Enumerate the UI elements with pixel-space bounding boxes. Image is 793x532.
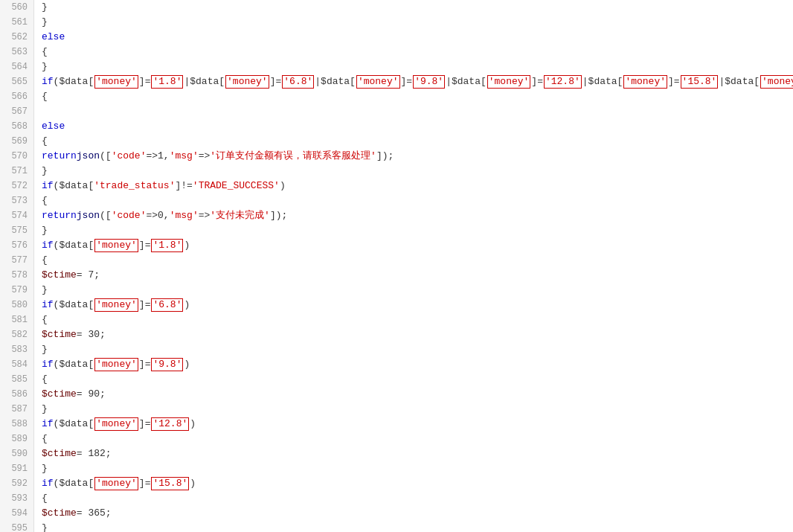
- line-number: 572: [0, 179, 33, 193]
- code-line: return json(['code'=>0,'msg'=>'支付未完成']);: [42, 208, 793, 223]
- code-line: if($data['money']='1.8'): [42, 238, 793, 253]
- line-number: 584: [0, 357, 33, 372]
- highlight-value: '15.8': [151, 477, 189, 490]
- code-line: }: [42, 461, 793, 476]
- highlight-value: 'money': [94, 358, 138, 371]
- line-number: 588: [0, 417, 33, 432]
- line-number: 580: [0, 298, 33, 313]
- code-line: {: [42, 491, 793, 506]
- highlight-value: '9.8': [413, 75, 445, 89]
- line-number: 576: [0, 238, 33, 253]
- line-number: 577: [0, 253, 33, 268]
- line-number: 582: [0, 327, 33, 342]
- line-number: 562: [0, 30, 33, 45]
- line-number: 583: [0, 342, 33, 357]
- highlight-value: 'money': [94, 417, 138, 431]
- highlight-value: 'money': [623, 75, 667, 89]
- line-number: 569: [0, 134, 33, 149]
- code-line: {: [42, 193, 793, 208]
- highlight-value: 'money': [487, 75, 531, 89]
- code-line: if($data['money']='9.8'): [42, 357, 793, 372]
- line-number: 567: [0, 104, 33, 119]
- code-line: {: [42, 253, 793, 268]
- code-line: {: [42, 45, 793, 60]
- code-line: $ctime = 30;: [42, 327, 793, 342]
- code-line: $ctime = 7;: [42, 268, 793, 283]
- line-number: 585: [0, 372, 33, 387]
- highlight-value: 'money': [760, 75, 793, 89]
- line-number: 571: [0, 164, 33, 179]
- code-content[interactable]: } } else { } if($data['money']='1.8' |$d…: [34, 0, 793, 532]
- highlight-value: '6.8': [151, 298, 183, 312]
- line-number: 561: [0, 15, 33, 30]
- code-line: [42, 104, 793, 119]
- code-line: }: [42, 402, 793, 417]
- code-line: {: [42, 89, 793, 104]
- line-number: 590: [0, 446, 33, 461]
- highlight-value: '1.8': [151, 75, 183, 89]
- line-number: 564: [0, 60, 33, 74]
- line-number: 563: [0, 45, 33, 60]
- highlight-value: 'money': [94, 477, 138, 490]
- line-number: 573: [0, 193, 33, 208]
- line-number: 566: [0, 89, 33, 104]
- line-number: 568: [0, 119, 33, 134]
- line-number: 578: [0, 268, 33, 283]
- code-line: {: [42, 372, 793, 387]
- code-line: if($data['trade_status']!='TRADE_SUCCESS…: [42, 179, 793, 193]
- line-number: 560: [0, 0, 33, 15]
- line-number: 595: [0, 521, 33, 532]
- code-line: else: [42, 119, 793, 134]
- line-number: 575: [0, 223, 33, 238]
- code-line: {: [42, 432, 793, 446]
- code-line: {: [42, 134, 793, 149]
- code-line: if($data['money']='15.8'): [42, 476, 793, 491]
- highlight-value: '12.8': [544, 75, 582, 89]
- highlight-value: 'money': [94, 239, 138, 252]
- line-number: 592: [0, 476, 33, 491]
- highlight-value: '15.8': [681, 75, 719, 89]
- line-number: 570: [0, 149, 33, 164]
- highlight-value: 'money': [225, 75, 269, 89]
- code-line: }: [42, 0, 793, 15]
- line-numbers: 5605615625635645655665675685695705715725…: [0, 0, 34, 532]
- line-number: 586: [0, 387, 33, 402]
- line-number: 591: [0, 461, 33, 476]
- code-line: }: [42, 164, 793, 179]
- code-line: $ctime = 90;: [42, 387, 793, 402]
- code-editor: 5605615625635645655665675685695705715725…: [0, 0, 793, 532]
- code-line: if($data['money']='1.8' |$data['money']=…: [42, 74, 793, 89]
- code-line: if($data['money']='12.8'): [42, 417, 793, 432]
- line-number: 579: [0, 283, 33, 298]
- line-number: 593: [0, 491, 33, 506]
- code-line: if($data['money']='6.8'): [42, 298, 793, 313]
- highlight-value: 'money': [94, 75, 138, 89]
- code-line: {: [42, 313, 793, 327]
- code-line: }: [42, 15, 793, 30]
- highlight-value: 'money': [356, 75, 400, 89]
- code-line: }: [42, 521, 793, 532]
- code-line: }: [42, 283, 793, 298]
- highlight-value: '6.8': [282, 75, 314, 89]
- code-line: }: [42, 342, 793, 357]
- code-line: }: [42, 223, 793, 238]
- line-number: 594: [0, 506, 33, 521]
- line-number: 589: [0, 432, 33, 446]
- line-number: 581: [0, 313, 33, 327]
- line-number: 565: [0, 74, 33, 89]
- highlight-value: '1.8': [151, 239, 183, 252]
- line-number: 587: [0, 402, 33, 417]
- code-line: $ctime = 182;: [42, 446, 793, 461]
- highlight-value: 'money': [94, 298, 138, 312]
- code-line: }: [42, 60, 793, 74]
- highlight-value: '12.8': [151, 417, 189, 431]
- code-line: $ctime = 365;: [42, 506, 793, 521]
- highlight-value: '9.8': [151, 358, 183, 371]
- code-line: return json(['code'=>1,'msg'=>'订单支付金额有误，…: [42, 149, 793, 164]
- code-line: else: [42, 30, 793, 45]
- line-number: 574: [0, 208, 33, 223]
